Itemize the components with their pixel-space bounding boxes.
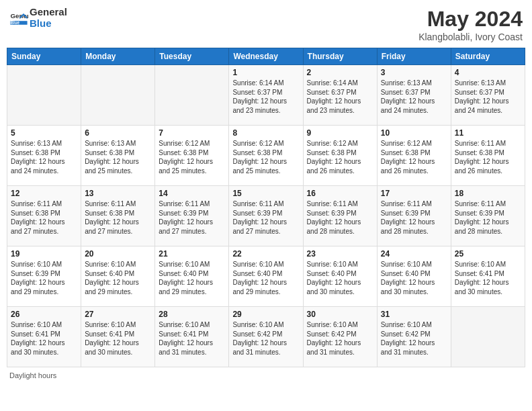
day-info: Sunrise: 6:10 AMSunset: 6:40 PMDaylight:… [85,260,151,296]
day-number: 16 [307,189,373,198]
calendar-cell: 23Sunrise: 6:10 AMSunset: 6:40 PMDayligh… [303,246,377,307]
calendar-cell: 13Sunrise: 6:11 AMSunset: 6:38 PMDayligh… [81,186,155,246]
day-number: 5 [11,128,77,138]
day-number: 15 [232,189,299,198]
day-info: Sunrise: 6:13 AMSunset: 6:38 PMDaylight:… [11,139,77,175]
calendar-cell: 9Sunrise: 6:12 AMSunset: 6:38 PMDaylight… [303,126,377,186]
calendar-header-row: SundayMondayTuesdayWednesdayThursdayFrid… [7,48,525,65]
calendar-cell [7,65,81,126]
day-info: Sunrise: 6:10 AMSunset: 6:41 PMDaylight:… [455,260,521,296]
calendar-cell: 26Sunrise: 6:10 AMSunset: 6:41 PMDayligh… [7,307,81,367]
week-row-5: 26Sunrise: 6:10 AMSunset: 6:41 PMDayligh… [7,307,525,367]
calendar-cell: 1Sunrise: 6:14 AMSunset: 6:37 PMDaylight… [229,65,303,126]
day-info: Sunrise: 6:13 AMSunset: 6:37 PMDaylight:… [455,79,521,115]
day-number: 21 [159,249,225,259]
header-day-friday: Friday [377,48,451,65]
day-info: Sunrise: 6:10 AMSunset: 6:40 PMDaylight:… [307,260,373,296]
day-info: Sunrise: 6:14 AMSunset: 6:37 PMDaylight:… [232,79,299,115]
day-info: Sunrise: 6:13 AMSunset: 6:37 PMDaylight:… [381,79,447,115]
day-number: 13 [85,189,151,198]
day-number: 29 [232,310,299,319]
day-number: 6 [85,128,151,138]
logo-text-blue: Blue [30,18,67,30]
day-number: 9 [307,128,373,138]
calendar-cell: 31Sunrise: 6:10 AMSunset: 6:42 PMDayligh… [377,307,451,367]
calendar-cell: 16Sunrise: 6:11 AMSunset: 6:39 PMDayligh… [303,186,377,246]
day-info: Sunrise: 6:10 AMSunset: 6:40 PMDaylight:… [232,260,299,296]
day-info: Sunrise: 6:11 AMSunset: 6:39 PMDaylight:… [381,199,447,236]
day-info: Sunrise: 6:12 AMSunset: 6:38 PMDaylight:… [232,139,299,175]
day-number: 2 [307,68,373,77]
calendar-cell: 18Sunrise: 6:11 AMSunset: 6:39 PMDayligh… [451,186,525,246]
day-info: Sunrise: 6:11 AMSunset: 6:39 PMDaylight:… [159,199,225,236]
day-info: Sunrise: 6:10 AMSunset: 6:41 PMDaylight:… [159,320,225,357]
calendar-cell: 27Sunrise: 6:10 AMSunset: 6:41 PMDayligh… [81,307,155,367]
calendar-cell [81,65,155,126]
day-number: 4 [455,68,521,77]
day-info: Sunrise: 6:12 AMSunset: 6:38 PMDaylight:… [381,139,447,175]
page-header: General Blue General Blue May 2024 Klang… [7,7,525,42]
calendar-cell: 17Sunrise: 6:11 AMSunset: 6:39 PMDayligh… [377,186,451,246]
day-info: Sunrise: 6:11 AMSunset: 6:39 PMDaylight:… [232,199,299,236]
calendar-cell: 28Sunrise: 6:10 AMSunset: 6:41 PMDayligh… [155,307,229,367]
daylight-label: Daylight hours [9,371,56,379]
logo-icon: General Blue [9,9,28,28]
day-number: 10 [381,128,447,138]
header-day-wednesday: Wednesday [229,48,303,65]
calendar-cell: 2Sunrise: 6:14 AMSunset: 6:37 PMDaylight… [303,65,377,126]
day-number: 17 [381,189,447,198]
header-day-monday: Monday [81,48,155,65]
day-number: 31 [381,310,447,319]
day-number: 26 [11,310,77,319]
calendar-cell: 15Sunrise: 6:11 AMSunset: 6:39 PMDayligh… [229,186,303,246]
day-number: 7 [159,128,225,138]
day-number: 3 [381,68,447,77]
calendar-cell: 22Sunrise: 6:10 AMSunset: 6:40 PMDayligh… [229,246,303,307]
calendar-cell: 29Sunrise: 6:10 AMSunset: 6:42 PMDayligh… [229,307,303,367]
day-info: Sunrise: 6:10 AMSunset: 6:41 PMDaylight:… [85,320,151,357]
calendar-cell [155,65,229,126]
calendar-table: SundayMondayTuesdayWednesdayThursdayFrid… [7,48,525,367]
week-row-1: 1Sunrise: 6:14 AMSunset: 6:37 PMDaylight… [7,65,525,126]
day-number: 14 [159,189,225,198]
calendar-cell: 4Sunrise: 6:13 AMSunset: 6:37 PMDaylight… [451,65,525,126]
calendar-cell: 20Sunrise: 6:10 AMSunset: 6:40 PMDayligh… [81,246,155,307]
calendar-cell: 6Sunrise: 6:13 AMSunset: 6:38 PMDaylight… [81,126,155,186]
day-number: 27 [85,310,151,319]
day-number: 24 [381,249,447,259]
day-info: Sunrise: 6:10 AMSunset: 6:40 PMDaylight:… [381,260,447,296]
title-block: May 2024 Klangbolabli, Ivory Coast [418,7,523,42]
calendar-cell: 30Sunrise: 6:10 AMSunset: 6:42 PMDayligh… [303,307,377,367]
day-number: 30 [307,310,373,319]
calendar-cell: 11Sunrise: 6:11 AMSunset: 6:38 PMDayligh… [451,126,525,186]
calendar-cell: 12Sunrise: 6:11 AMSunset: 6:38 PMDayligh… [7,186,81,246]
day-info: Sunrise: 6:10 AMSunset: 6:39 PMDaylight:… [11,260,77,296]
location: Klangbolabli, Ivory Coast [418,32,523,42]
header-day-thursday: Thursday [303,48,377,65]
day-number: 19 [11,249,77,259]
day-info: Sunrise: 6:11 AMSunset: 6:39 PMDaylight:… [455,199,521,236]
svg-text:Blue: Blue [10,20,19,25]
week-row-2: 5Sunrise: 6:13 AMSunset: 6:38 PMDaylight… [7,126,525,186]
day-number: 22 [232,249,299,259]
footer: Daylight hours [7,371,525,379]
day-info: Sunrise: 6:12 AMSunset: 6:38 PMDaylight:… [307,139,373,175]
day-info: Sunrise: 6:10 AMSunset: 6:40 PMDaylight:… [159,260,225,296]
calendar-cell: 10Sunrise: 6:12 AMSunset: 6:38 PMDayligh… [377,126,451,186]
day-info: Sunrise: 6:10 AMSunset: 6:41 PMDaylight:… [11,320,77,357]
day-info: Sunrise: 6:12 AMSunset: 6:38 PMDaylight:… [159,139,225,175]
header-day-sunday: Sunday [7,48,81,65]
day-number: 25 [455,249,521,259]
day-info: Sunrise: 6:11 AMSunset: 6:39 PMDaylight:… [307,199,373,236]
calendar-cell: 19Sunrise: 6:10 AMSunset: 6:39 PMDayligh… [7,246,81,307]
day-info: Sunrise: 6:14 AMSunset: 6:37 PMDaylight:… [307,79,373,115]
day-info: Sunrise: 6:13 AMSunset: 6:38 PMDaylight:… [85,139,151,175]
calendar-cell: 24Sunrise: 6:10 AMSunset: 6:40 PMDayligh… [377,246,451,307]
logo: General Blue General Blue [9,7,67,29]
day-number: 1 [232,68,299,77]
day-number: 20 [85,249,151,259]
header-day-saturday: Saturday [451,48,525,65]
day-info: Sunrise: 6:11 AMSunset: 6:38 PMDaylight:… [455,139,521,175]
month-title: May 2024 [418,7,523,32]
calendar-cell: 21Sunrise: 6:10 AMSunset: 6:40 PMDayligh… [155,246,229,307]
